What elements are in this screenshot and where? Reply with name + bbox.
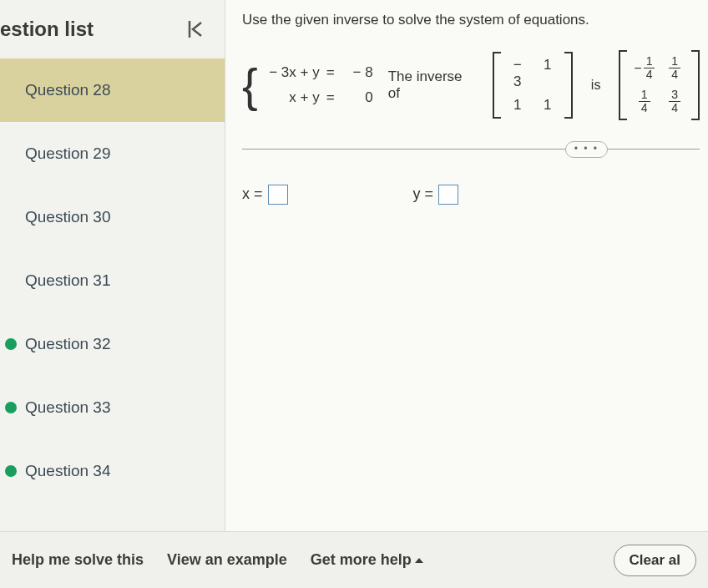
matrix-cell: 14 [665, 55, 685, 82]
equation-1: − 3x + y = − 8 [263, 64, 373, 81]
matrix-cell: 1 [508, 97, 528, 114]
question-label: Question 30 [25, 208, 110, 226]
sidebar-header: estion list [0, 0, 225, 58]
is-label: is [591, 78, 601, 93]
matrix-cell: 1 [538, 57, 558, 90]
clear-all-button[interactable]: Clear al [614, 545, 696, 576]
equation-2: x + y = 0 [263, 89, 373, 106]
question-list-item[interactable]: Question 33 [0, 376, 225, 439]
status-dot-icon [5, 338, 17, 350]
view-example-button[interactable]: View an example [167, 551, 287, 569]
matrix-cell: −14 [634, 55, 655, 82]
y-input[interactable] [438, 185, 458, 205]
coefficient-matrix: − 3 1 1 1 [493, 52, 573, 119]
question-label: Question 29 [25, 144, 110, 163]
question-label: Question 33 [25, 398, 110, 417]
answer-row: x = y = [242, 185, 700, 205]
question-list-item[interactable]: Question 34 [0, 439, 225, 503]
collapse-sidebar-button[interactable] [183, 18, 215, 41]
x-label: x = [242, 185, 263, 203]
matrix-cell: 1 [538, 97, 558, 114]
question-content: Use the given inverse to solve the syste… [225, 0, 708, 531]
more-options-button[interactable]: • • • [565, 141, 608, 158]
question-list-item[interactable]: Question 30 [0, 185, 225, 249]
question-label: Question 28 [25, 81, 110, 99]
matrix-cell: 14 [634, 89, 655, 115]
inverse-of-label: The inverse of [388, 68, 478, 102]
caret-up-icon [415, 558, 423, 563]
instruction-text: Use the given inverse to solve the syste… [242, 12, 700, 28]
question-list-item[interactable]: Question 32 [0, 312, 225, 376]
section-divider: • • • [242, 149, 700, 150]
question-label: Question 31 [25, 271, 110, 290]
sidebar-title: estion list [0, 18, 94, 41]
y-label: y = [413, 185, 434, 203]
question-list-item[interactable]: Question 28 [0, 58, 225, 122]
footer-toolbar: Help me solve this View an example Get m… [0, 531, 708, 588]
status-dot-icon [5, 402, 17, 413]
question-list-item[interactable]: Question 29 [0, 122, 225, 185]
question-list-item[interactable]: Question 31 [0, 249, 225, 312]
get-more-help-button[interactable]: Get more help [311, 551, 423, 569]
question-label: Question 34 [25, 462, 110, 480]
matrix-cell: 34 [665, 89, 685, 115]
question-label: Question 32 [25, 335, 110, 353]
x-input[interactable] [268, 185, 288, 205]
problem-row: { − 3x + y = − 8 x + y = 0 The inverse o… [242, 50, 700, 120]
collapse-icon [183, 18, 206, 41]
help-me-solve-button[interactable]: Help me solve this [12, 551, 144, 569]
matrix-cell: − 3 [508, 57, 528, 90]
status-dot-icon [5, 465, 17, 477]
inverse-matrix: −14 14 14 34 [619, 50, 700, 120]
left-brace-icon: { [242, 58, 258, 112]
system-of-equations: { − 3x + y = − 8 x + y = 0 [242, 58, 373, 112]
question-list-sidebar: estion list Question 28Question 29Questi… [0, 0, 225, 531]
